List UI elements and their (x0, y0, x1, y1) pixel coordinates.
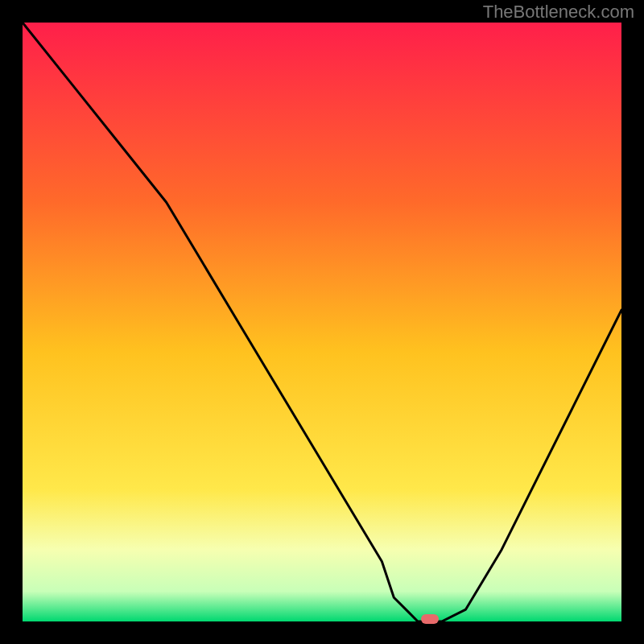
bottleneck-curve (23, 23, 621, 621)
chart-frame (23, 23, 621, 621)
watermark-text: TheBottleneck.com (483, 2, 634, 23)
optimal-point-marker (421, 614, 439, 624)
